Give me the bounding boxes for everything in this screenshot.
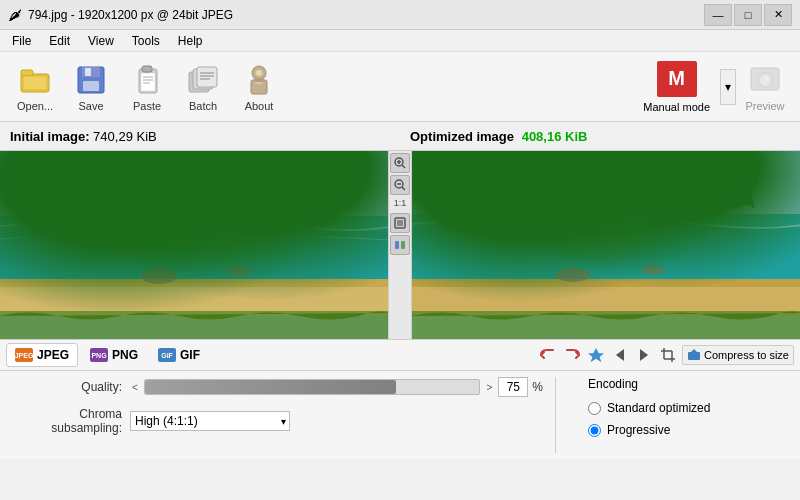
encoding-standard-row: Standard optimized [588,401,788,415]
save-label: Save [78,100,103,112]
close-button[interactable]: ✕ [764,4,792,26]
menu-view[interactable]: View [80,32,122,50]
encoding-progressive-radio[interactable] [588,424,601,437]
prev-button[interactable] [610,345,630,365]
svg-point-63 [642,265,664,275]
svg-rect-29 [0,151,388,339]
minimize-button[interactable]: — [704,4,732,26]
chroma-select-wrapper: High (4:1:1) Medium (4:2:2) Low (4:4:4) [130,411,290,431]
save-icon [73,62,109,98]
title-bar: 🌶 794.jpg - 1920x1200 px @ 24bit JPEG — … [0,0,800,30]
svg-line-44 [402,165,405,168]
tab-png[interactable]: PNG PNG [82,344,146,366]
menu-file[interactable]: File [4,32,39,50]
quality-decrease-button[interactable]: < [130,382,140,393]
zoom-in-btn[interactable] [390,153,410,173]
menu-help[interactable]: Help [170,32,211,50]
optimized-image-label: Optimized image [410,129,514,144]
settings-right: Encoding Standard optimized Progressive [568,377,788,453]
png-icon: PNG [90,348,108,362]
svg-line-47 [402,187,405,190]
redo-button[interactable] [562,345,582,365]
svg-point-40 [227,266,251,276]
svg-rect-36 [0,281,388,316]
menu-tools[interactable]: Tools [124,32,168,50]
svg-rect-9 [142,66,152,72]
quality-slider-fill [145,380,396,394]
manual-mode-label: Manual mode [643,101,710,113]
svg-point-53 [448,160,524,188]
tab-gif[interactable]: GIF GIF [150,344,208,366]
quality-percent: % [532,380,543,394]
svg-point-62 [556,268,590,282]
window-title: 794.jpg - 1920x1200 px @ 24bit JPEG [28,8,233,22]
tab-png-label: PNG [112,348,138,362]
open-label: Open... [17,100,53,112]
tab-jpeg[interactable]: JPEG JPEG [6,343,78,367]
fit-window-btn[interactable] [390,213,410,233]
batch-button[interactable]: Batch [176,56,230,118]
zoom-out-btn[interactable] [390,175,410,195]
svg-point-54 [491,158,547,180]
paste-button[interactable]: Paste [120,56,174,118]
compress-to-size-button[interactable]: Compress to size [682,345,794,365]
jpeg-icon: JPEG [15,348,33,362]
quality-value[interactable]: 75 [498,377,528,397]
undo-button[interactable] [538,345,558,365]
encoding-standard-radio[interactable] [588,402,601,415]
encoding-progressive-row: Progressive [588,423,788,437]
manual-mode-button[interactable]: M Manual mode [635,57,718,117]
svg-point-33 [274,166,324,186]
auto-optimize-button[interactable] [586,345,606,365]
svg-point-39 [141,268,177,284]
compare-btn[interactable] [390,235,410,255]
quality-increase-button[interactable]: > [484,382,494,393]
preview-button[interactable]: Preview [738,56,792,118]
preview-icon [747,62,783,98]
initial-image [0,151,388,339]
batch-label: Batch [189,100,217,112]
settings-panel: Quality: < > 75 % Chroma subsampling: Hi… [0,371,800,459]
quality-slider[interactable] [144,379,481,395]
svg-point-30 [39,161,119,191]
menu-edit[interactable]: Edit [41,32,78,50]
quality-label: Quality: [12,380,122,394]
crop-button[interactable] [658,345,678,365]
svg-rect-1 [21,70,33,76]
tab-gif-label: GIF [180,348,200,362]
next-button[interactable] [634,345,654,365]
encoding-progressive-label: Progressive [607,423,670,437]
svg-point-23 [256,70,262,76]
svg-rect-6 [85,68,91,76]
panel-divider [555,377,556,453]
svg-rect-59 [412,281,800,316]
svg-rect-61 [412,311,800,339]
svg-rect-37 [0,279,388,287]
svg-rect-34 [0,216,388,286]
manual-mode-icon: M [657,61,697,97]
maximize-button[interactable]: □ [734,4,762,26]
about-button[interactable]: About [232,56,286,118]
images-container: 1:1 [0,151,800,339]
svg-point-28 [766,76,769,79]
initial-image-header: Initial image: 740,29 KiB [0,122,400,150]
svg-marker-65 [616,349,624,361]
open-button[interactable]: Open... [8,56,62,118]
about-icon [241,62,277,98]
compress-label: Compress to size [704,349,789,361]
svg-rect-35 [0,216,388,231]
chroma-select[interactable]: High (4:1:1) Medium (4:2:2) Low (4:4:4) [130,411,290,431]
initial-image-panel [0,151,388,339]
svg-point-32 [224,169,294,193]
optimized-image-size: 408,16 KiB [522,129,588,144]
about-label: About [245,100,274,112]
settings-left: Quality: < > 75 % Chroma subsampling: Hi… [12,377,543,453]
chroma-label: Chroma subsampling: [12,407,122,435]
optimized-image [412,151,800,339]
manual-mode-dropdown[interactable]: ▾ [720,69,736,105]
svg-point-22 [254,78,264,82]
app-icon: 🌶 [8,7,22,23]
save-button[interactable]: Save [64,56,118,118]
svg-rect-5 [83,81,99,91]
quality-slider-container: < > 75 % [130,377,543,397]
